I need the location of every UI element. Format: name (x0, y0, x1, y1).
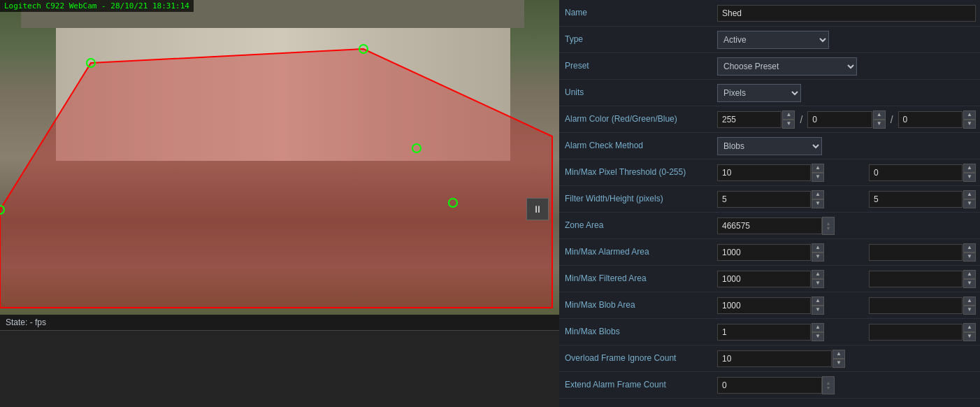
filter-h-group: ▲ ▼ (869, 190, 976, 208)
extend-input (717, 377, 822, 394)
alarm-color-g-input[interactable] (807, 111, 872, 128)
blobs-max-up[interactable]: ▲ (963, 323, 976, 332)
filter-w-input[interactable] (717, 191, 811, 208)
alarm-color-b-down[interactable]: ▼ (963, 120, 976, 129)
filter-h-input[interactable] (869, 191, 963, 208)
filtered-min-down[interactable]: ▼ (812, 279, 824, 288)
filtered-min-input[interactable] (717, 271, 811, 287)
threshold-max-down[interactable]: ▼ (963, 173, 976, 182)
alarm-color-label: Alarm Color (Red/Green/Blue) (559, 111, 713, 128)
alarm-color-r-input[interactable] (717, 111, 781, 128)
filter-h-down[interactable]: ▼ (963, 199, 976, 208)
blob-area-min-group: ▲ ▼ (717, 297, 824, 315)
overload-group: ▲ ▼ (717, 350, 845, 368)
preset-controls: Choose Preset (713, 56, 980, 77)
blob-area-max-up[interactable]: ▲ (963, 297, 976, 306)
alarm-check-controls: Blobs Pixels AlarmedPixels (713, 136, 980, 157)
alarmed-area-controls: ▲ ▼ ▲ ▼ (713, 242, 980, 263)
blobs-max-group: ▲ ▼ (869, 323, 976, 341)
alarmed-max-input[interactable] (869, 244, 963, 261)
overload-row: Overload Frame Ignore Count ▲ ▼ (559, 345, 980, 372)
blob-area-max-down[interactable]: ▼ (963, 306, 976, 315)
filtered-max-group: ▲ ▼ (869, 270, 976, 288)
alarmed-max-group: ▲ ▼ (869, 243, 976, 262)
blob-area-max-input[interactable] (869, 297, 963, 314)
alarmed-max-spinners: ▲ ▼ (963, 243, 976, 262)
alarmed-min-input[interactable] (717, 244, 811, 261)
alarmed-min-up[interactable]: ▲ (812, 243, 824, 252)
alarmed-min-spinners: ▲ ▼ (812, 243, 824, 262)
type-select[interactable]: Active Inactive Monitor (717, 31, 829, 49)
blob-area-label: Min/Max Blob Area (559, 297, 713, 314)
blob-area-max-spinners: ▲ ▼ (963, 297, 976, 315)
alarmed-max-down[interactable]: ▼ (963, 252, 976, 262)
zone-area-value (717, 217, 822, 234)
units-select[interactable]: Pixels Percent (717, 84, 801, 102)
filter-w-up[interactable]: ▲ (812, 190, 824, 199)
pause-button[interactable]: ⏸ (526, 198, 549, 220)
blobs-min-input[interactable] (717, 324, 811, 341)
filter-wh-row: Filter Width/Height (pixels) ▲ ▼ ▲ ▼ (559, 186, 980, 213)
settings-panel: Name Type Active Inactive Monitor Preset… (559, 0, 980, 407)
threshold-max-group: ▲ ▼ (869, 164, 976, 182)
alarm-color-r-down[interactable]: ▼ (782, 120, 795, 129)
alarm-color-b-up[interactable]: ▲ (963, 110, 976, 120)
overload-down[interactable]: ▼ (833, 359, 845, 368)
alarm-color-g-down[interactable]: ▼ (873, 120, 886, 129)
extend-row: Extend Alarm Frame Count ▲ ▼ (559, 372, 980, 399)
threshold-min-down[interactable]: ▼ (812, 173, 824, 182)
filtered-min-up[interactable]: ▲ (812, 270, 824, 279)
units-controls: Pixels Percent (713, 83, 980, 103)
name-controls (713, 3, 980, 23)
filtered-max-down[interactable]: ▼ (963, 279, 976, 288)
preset-row: Preset Choose Preset (559, 53, 980, 80)
filtered-max-spinners: ▲ ▼ (963, 270, 976, 288)
alarm-check-row: Alarm Check Method Blobs Pixels AlarmedP… (559, 133, 980, 159)
preset-select[interactable]: Choose Preset (717, 57, 857, 76)
alarm-color-b-input[interactable] (898, 111, 963, 128)
threshold-min-up[interactable]: ▲ (812, 164, 824, 173)
blobs-max-down[interactable]: ▼ (963, 332, 976, 341)
filter-w-down[interactable]: ▼ (812, 199, 824, 208)
blobs-max-input[interactable] (869, 324, 963, 341)
alarmed-max-up[interactable]: ▲ (963, 243, 976, 252)
filter-wh-label: Filter Width/Height (pixels) (559, 191, 713, 208)
threshold-min-input[interactable] (717, 164, 811, 181)
alarmed-min-down[interactable]: ▼ (812, 252, 824, 262)
preset-label: Preset (559, 58, 713, 75)
threshold-max-input[interactable] (869, 164, 963, 181)
alarm-color-g-up[interactable]: ▲ (873, 110, 886, 120)
blobs-min-down[interactable]: ▼ (812, 332, 824, 341)
name-label: Name (559, 5, 713, 22)
filtered-max-input[interactable] (869, 271, 963, 287)
blob-area-min-input[interactable] (717, 297, 811, 314)
alarm-check-select[interactable]: Blobs Pixels AlarmedPixels (717, 137, 822, 155)
overload-up[interactable]: ▲ (833, 350, 845, 359)
alarm-color-r-spinners: ▲ ▼ (782, 110, 795, 129)
extend-spin: ▲ ▼ (822, 376, 835, 394)
filtered-max-up[interactable]: ▲ (963, 270, 976, 279)
blobs-min-up[interactable]: ▲ (812, 323, 824, 332)
blob-area-min-down[interactable]: ▼ (812, 306, 824, 315)
threshold-min-spinners: ▲ ▼ (812, 164, 824, 182)
type-row: Type Active Inactive Monitor (559, 27, 980, 53)
threshold-max-up[interactable]: ▲ (963, 164, 976, 173)
threshold-row: Min/Max Pixel Threshold (0-255) ▲ ▼ ▲ ▼ (559, 159, 980, 186)
overload-input[interactable] (717, 350, 832, 367)
window-title: Logitech C922 WebCam - 28/10/21 18:31:14 (4, 1, 189, 10)
zone-area-controls: ▲ ▼ (713, 215, 980, 236)
threshold-max-spinners: ▲ ▼ (963, 164, 976, 182)
alarm-color-r-up[interactable]: ▲ (782, 110, 795, 120)
alarm-color-row: Alarm Color (Red/Green/Blue) ▲ ▼ / ▲ ▼ / (559, 106, 980, 133)
alarmed-area-label: Min/Max Alarmed Area (559, 244, 713, 261)
name-input[interactable] (717, 5, 976, 22)
filter-h-up[interactable]: ▲ (963, 190, 976, 199)
alarmed-min-group: ▲ ▼ (717, 243, 824, 262)
threshold-min-group: ▲ ▼ (717, 164, 824, 182)
blob-area-min-up[interactable]: ▲ (812, 297, 824, 306)
type-controls: Active Inactive Monitor (713, 29, 980, 50)
extend-label: Extend Alarm Frame Count (559, 377, 713, 394)
filter-h-spinners: ▲ ▼ (963, 190, 976, 208)
alarm-color-r-group: ▲ ▼ (717, 110, 795, 129)
units-row: Units Pixels Percent (559, 80, 980, 106)
